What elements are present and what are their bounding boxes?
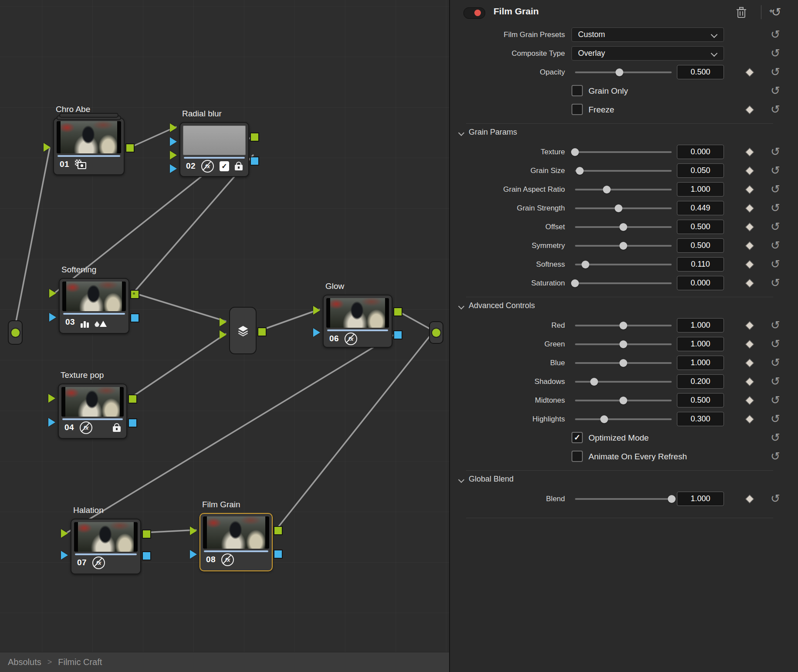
blend-value-field[interactable]: 1.000 [677,492,724,506]
blue-input-port[interactable] [48,418,55,427]
reset-all-icon[interactable]: ↺+ [768,4,784,20]
green-output-port[interactable] [393,307,402,316]
reset-icon[interactable]: ↺ [769,431,781,444]
green-input-port[interactable] [170,123,177,132]
blue-input-port[interactable] [170,164,177,173]
slider-thumb[interactable] [571,148,579,156]
texture-value-field[interactable]: 0.000 [677,145,724,159]
softness-value-field[interactable]: 0.110 [677,257,724,272]
shadows-slider[interactable] [575,381,672,383]
green-output-port[interactable] [128,394,137,404]
reset-icon[interactable]: ↺ [769,28,781,41]
reset-icon[interactable]: ↺ [769,412,781,425]
reset-icon[interactable]: ↺ [769,356,781,369]
slider-thumb[interactable] [619,359,627,367]
keyframe-diamond-icon[interactable] [745,279,754,288]
slider-thumb[interactable] [615,68,623,76]
green-input-port[interactable] [44,143,51,152]
green-output-port[interactable] [257,327,267,336]
green-input-port[interactable] [313,306,320,315]
green-output-port[interactable] [125,143,135,153]
highlights-slider[interactable] [575,418,672,420]
keyframe-diamond-icon[interactable] [745,105,754,114]
offset-value-field[interactable]: 0.500 [677,220,724,234]
graph-node-softening[interactable]: Softening03 [59,278,129,334]
grain-strength-value-field[interactable]: 0.449 [677,201,724,215]
green-input-port[interactable] [220,318,227,326]
green-output-port[interactable] [250,132,259,142]
keyframe-diamond-icon[interactable] [745,377,754,386]
saturation-value-field[interactable]: 0.000 [677,276,724,290]
reset-icon[interactable]: ↺ [769,145,781,158]
graph-node-radial-blur[interactable]: Radial blur02fx✓ [179,122,249,177]
slider-thumb[interactable] [571,279,579,287]
section-header-advanced-controls[interactable]: Advanced Controls [450,292,798,316]
green-input-port[interactable] [190,526,197,535]
optimized-mode-checkbox[interactable]: ✓ [571,432,583,443]
softness-slider[interactable] [575,264,672,265]
slider-thumb[interactable] [619,322,627,329]
blue-output-port[interactable] [274,550,283,559]
midtones-slider[interactable] [575,400,672,401]
graph-node-chro-abe[interactable]: Chro Abe01 [53,118,125,175]
reset-icon[interactable]: ↺ [769,258,781,271]
shadows-value-field[interactable]: 0.200 [677,374,724,389]
blue-input-port[interactable] [49,313,56,322]
reset-icon[interactable]: ↺ [769,239,781,252]
blue-slider[interactable] [575,362,672,364]
reset-icon[interactable]: ↺ [769,492,781,505]
keyframe-diamond-icon[interactable] [745,396,754,405]
slider-thumb[interactable] [576,167,584,175]
blue-output-port[interactable] [128,418,137,428]
slider-thumb[interactable] [615,204,622,212]
red-value-field[interactable]: 1.000 [677,318,724,333]
freeze-checkbox[interactable] [571,104,583,115]
keyframe-diamond-icon[interactable] [745,359,754,367]
endpoint-port[interactable] [11,329,20,337]
symmetry-slider[interactable] [575,245,672,247]
breadcrumb-item-root[interactable]: Absoluts [8,657,41,667]
reset-icon[interactable]: ↺ [769,84,781,97]
reset-icon[interactable]: ↺ [769,450,781,463]
blue-output-port[interactable] [393,330,402,339]
blue-input-port[interactable] [313,328,320,337]
green-input-port[interactable] [170,151,177,160]
node-graph-canvas[interactable]: Chro Abe01Radial blur02fx✓Softening03Tex… [0,0,449,652]
green-output-port[interactable] [130,290,139,299]
keyframe-diamond-icon[interactable] [745,68,754,77]
animate-on-every-refresh-checkbox[interactable] [571,451,583,462]
output-endpoint-node[interactable] [429,321,443,344]
film-grain-presets-dropdown[interactable]: Custom [571,27,724,42]
slider-thumb[interactable] [600,415,608,423]
graph-node-glow[interactable]: Glow06fx [323,295,392,348]
reset-icon[interactable]: ↺ [769,375,781,388]
keyframe-diamond-icon[interactable] [745,340,754,349]
reset-icon[interactable]: ↺ [769,103,781,116]
keyframe-diamond-icon[interactable] [745,321,754,330]
green-output-port[interactable] [142,529,151,539]
keyframe-diamond-icon[interactable] [745,241,754,250]
graph-node-halation[interactable]: Halation07fx [71,519,141,574]
grain-only-checkbox[interactable] [571,85,583,96]
reset-icon[interactable]: ↺ [769,47,781,60]
texture-slider[interactable] [575,151,672,153]
offset-slider[interactable] [575,226,672,228]
keyframe-diamond-icon[interactable] [745,415,754,424]
reset-icon[interactable]: ↺ [769,183,781,196]
breadcrumb-item-current[interactable]: Filmic Craft [58,657,102,667]
keyframe-diamond-icon[interactable] [745,260,754,269]
keyframe-diamond-icon[interactable] [745,166,754,175]
graph-node-film-grain[interactable]: Film Grain08fx [200,513,273,571]
grain-aspect-ratio-slider[interactable] [575,189,672,190]
slider-thumb[interactable] [582,261,589,268]
section-header-global-blend[interactable]: Global Blend [450,466,798,489]
green-input-port[interactable] [48,394,55,403]
grain-size-slider[interactable] [575,170,672,172]
green-input-port[interactable] [220,330,227,339]
blue-input-port[interactable] [190,550,197,559]
blue-output-port[interactable] [142,551,151,560]
keyframe-diamond-icon[interactable] [745,148,754,156]
reset-icon[interactable]: ↺ [769,337,781,350]
keyframe-diamond-icon[interactable] [745,204,754,213]
grain-aspect-ratio-value-field[interactable]: 1.000 [677,182,724,197]
